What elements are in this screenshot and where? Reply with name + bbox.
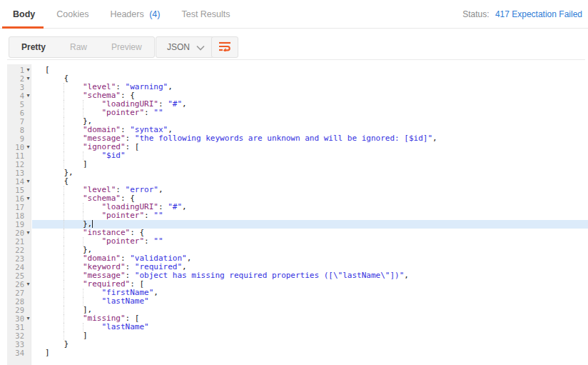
fold-spacer (24, 211, 32, 220)
fold-spacer (24, 151, 32, 160)
wrap-lines-button[interactable] (211, 36, 238, 58)
headers-count-badge: (4) (149, 9, 160, 19)
line-number: 4 (0, 91, 24, 100)
fold-toggle-icon[interactable]: ▾ (24, 74, 32, 83)
fold-spacer (24, 169, 32, 177)
tab-test-results[interactable]: Test Results (181, 9, 230, 19)
wrap-lines-icon (218, 41, 232, 54)
line-number: 16 (0, 194, 24, 203)
code-line: 5"loadingURI": "#", (0, 100, 588, 109)
code-line: 16▾"schema": { (0, 194, 588, 203)
fold-toggle-icon[interactable]: ▾ (24, 314, 32, 323)
line-number: 23 (0, 254, 24, 263)
line-number: 22 (0, 246, 24, 254)
fold-spacer (24, 220, 32, 229)
fold-toggle-icon[interactable]: ▾ (24, 66, 32, 74)
tab-headers[interactable]: Headers (4) (110, 9, 160, 19)
fold-toggle-icon[interactable]: ▾ (24, 91, 32, 100)
code-text: "pointer": "" (32, 237, 588, 246)
fold-toggle-icon[interactable]: ▾ (24, 194, 32, 203)
line-number: 1 (0, 66, 24, 74)
fold-spacer (24, 203, 32, 211)
fold-spacer (24, 109, 32, 117)
view-mode-raw[interactable]: Raw (58, 37, 99, 57)
tab-cookies[interactable]: Cookies (56, 9, 88, 19)
fold-spacer (24, 186, 32, 194)
fold-spacer (24, 100, 32, 109)
line-number: 10 (0, 143, 24, 151)
line-number: 32 (0, 331, 24, 340)
code-line: 12] (0, 160, 588, 169)
line-number: 5 (0, 100, 24, 109)
line-number: 12 (0, 160, 24, 169)
response-tab-bar: Body Cookies Headers (4) Test Results St… (0, 0, 588, 29)
line-number: 19 (0, 220, 24, 229)
status-label: Status: (462, 9, 489, 19)
code-text: "pointer": "" (32, 211, 588, 220)
chevron-down-icon (196, 41, 205, 54)
line-number: 29 (0, 306, 24, 314)
line-number: 6 (0, 109, 24, 117)
fold-toggle-icon[interactable]: ▾ (24, 229, 32, 237)
fold-spacer (24, 323, 32, 331)
code-editor[interactable]: 1▾[2▾{3"level": "warning",4▾"schema": {5… (0, 64, 588, 365)
code-lines: 1▾[2▾{3"level": "warning",4▾"schema": {5… (0, 66, 588, 357)
fold-spacer (24, 349, 32, 357)
code-text: }, (32, 169, 588, 177)
tab-body[interactable]: Body (13, 9, 35, 19)
fold-spacer (24, 306, 32, 314)
line-number: 31 (0, 323, 24, 331)
fold-spacer (24, 254, 32, 263)
line-number: 21 (0, 237, 24, 246)
code-line: 34] (0, 349, 588, 357)
line-number: 34 (0, 349, 24, 357)
language-dropdown[interactable]: JSON (156, 36, 214, 58)
code-line: 1▾[ (0, 66, 588, 74)
code-line: 30▾"missing": [ (0, 314, 588, 323)
line-number: 13 (0, 169, 24, 177)
status-code-value[interactable]: 417 Expectation Failed (495, 9, 582, 19)
fold-spacer (24, 246, 32, 254)
line-number: 33 (0, 340, 24, 349)
line-number: 20 (0, 229, 24, 237)
fold-spacer (24, 340, 32, 349)
line-number: 2 (0, 74, 24, 83)
line-number: 28 (0, 297, 24, 306)
fold-toggle-icon[interactable]: ▾ (24, 280, 32, 289)
code-line: 31"lastName" (0, 323, 588, 331)
fold-toggle-icon[interactable]: ▾ (24, 177, 32, 186)
fold-spacer (24, 331, 32, 340)
code-text: ] (32, 349, 588, 357)
code-line: 11"$id" (0, 151, 588, 160)
tab-cookies-label: Cookies (56, 9, 88, 19)
view-mode-pretty[interactable]: Pretty (9, 37, 58, 57)
fold-spacer (24, 126, 32, 134)
code-line: 33} (0, 340, 588, 349)
code-text: "$id" (32, 151, 588, 160)
line-number: 17 (0, 203, 24, 211)
view-mode-group: Pretty Raw Preview (9, 36, 155, 58)
line-number: 30 (0, 314, 24, 323)
code-line: 27"firstName", (0, 289, 588, 297)
line-number: 15 (0, 186, 24, 194)
status-indicator: Status: 417 Expectation Failed (462, 0, 582, 29)
code-line: 10▾"ignored": [ (0, 143, 588, 151)
fold-spacer (24, 134, 32, 143)
code-line: 13}, (0, 169, 588, 177)
line-number: 27 (0, 289, 24, 297)
view-mode-preview[interactable]: Preview (99, 37, 154, 57)
line-number: 11 (0, 151, 24, 160)
body-view-toolbar: Pretty Raw Preview JSON (0, 29, 588, 64)
code-text: "lastName" (32, 297, 588, 306)
code-line: 32] (0, 331, 588, 340)
line-number: 8 (0, 126, 24, 134)
line-number: 26 (0, 280, 24, 289)
fold-toggle-icon[interactable]: ▾ (24, 143, 32, 151)
response-panel: Body Cookies Headers (4) Test Results St… (0, 0, 588, 365)
code-line: 4▾"schema": { (0, 91, 588, 100)
fold-spacer (24, 271, 32, 280)
tab-headers-label: Headers (110, 9, 143, 19)
fold-spacer (24, 263, 32, 271)
tab-body-label: Body (13, 9, 35, 19)
line-number: 3 (0, 83, 24, 91)
